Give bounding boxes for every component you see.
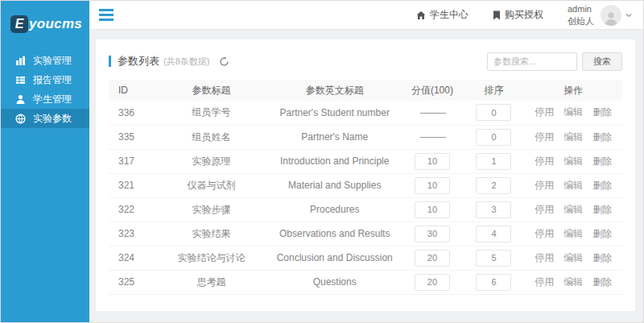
sidebar-item-student-management[interactable]: 学生管理	[1, 89, 89, 109]
cell-title: 实验原理	[155, 149, 267, 173]
sidebar-item-label: 实验参数	[33, 112, 72, 126]
card-title-wrap: 参数列表 (共8条数据)	[109, 54, 229, 68]
delete-action-link[interactable]: 删除	[592, 204, 612, 215]
search-area: 搜索	[487, 52, 622, 71]
delete-action-link[interactable]: 删除	[592, 276, 612, 288]
cell-id: 325	[109, 270, 155, 294]
cell-title-en: Conclusion and Discussion	[268, 246, 402, 270]
cell-id: 335	[109, 125, 155, 149]
hamburger-menu-icon[interactable]	[97, 3, 115, 27]
sort-input[interactable]	[476, 104, 511, 121]
cell-id: 336	[109, 101, 155, 125]
delete-action-link[interactable]: 删除	[592, 155, 612, 167]
disable-action-link[interactable]: 停用	[535, 228, 554, 239]
table-row: 324实验结论与讨论Conclusion and Discussion停用编辑删…	[109, 246, 622, 270]
delete-action-link[interactable]: 删除	[592, 180, 612, 191]
table-row: 325思考题Questions停用编辑删除	[109, 270, 622, 294]
cell-title-en: Questions	[268, 270, 402, 294]
edit-action-link[interactable]: 编辑	[564, 180, 583, 191]
student-center-label: 学生中心	[430, 8, 469, 22]
chart-icon	[15, 56, 26, 66]
score-input[interactable]	[415, 201, 450, 218]
cell-sort	[463, 125, 525, 149]
cell-title-en: Observations and Results	[268, 222, 402, 246]
disable-action-link[interactable]: 停用	[535, 252, 554, 263]
edit-action-link[interactable]: 编辑	[564, 155, 583, 167]
sort-input[interactable]	[476, 129, 511, 146]
card-title: 参数列表	[118, 54, 159, 68]
brand-logo[interactable]: E youcms	[1, 1, 89, 43]
chevron-down-icon[interactable]	[625, 13, 632, 18]
edit-action-link[interactable]: 编辑	[564, 106, 583, 118]
search-input[interactable]	[487, 52, 577, 71]
disable-action-link[interactable]: 停用	[535, 180, 554, 191]
refresh-icon[interactable]	[219, 56, 229, 67]
score-input[interactable]	[415, 226, 450, 242]
cell-sort	[463, 270, 525, 294]
edit-action-link[interactable]: 编辑	[564, 204, 583, 215]
cell-id: 317	[109, 149, 155, 173]
cell-score	[402, 149, 464, 173]
sort-input[interactable]	[476, 201, 511, 218]
sort-input[interactable]	[476, 274, 511, 291]
cell-title: 实验步骤	[155, 197, 267, 222]
cell-score	[402, 173, 464, 197]
disable-action-link[interactable]: 停用	[535, 106, 554, 118]
edit-action-link[interactable]: 编辑	[564, 276, 583, 288]
edit-action-link[interactable]: 编辑	[564, 131, 583, 143]
record-count: (共8条数据)	[163, 56, 209, 68]
col-header-title: 参数标题	[155, 80, 267, 101]
cell-operations: 停用编辑删除	[525, 125, 622, 149]
sidebar-item-experiment-params[interactable]: 实验参数	[1, 109, 89, 128]
edit-action-link[interactable]: 编辑	[564, 228, 583, 239]
score-input[interactable]	[415, 250, 450, 267]
cell-operations: 停用编辑删除	[525, 197, 622, 222]
disable-action-link[interactable]: 停用	[535, 204, 554, 215]
disable-action-link[interactable]: 停用	[535, 131, 554, 143]
sort-input[interactable]	[476, 153, 511, 170]
disable-action-link[interactable]: 停用	[535, 155, 554, 167]
sidebar: E youcms 实验管理 报告管理 学生管理	[1, 1, 89, 322]
cell-operations: 停用编辑删除	[525, 270, 622, 294]
cell-score: ———	[402, 101, 464, 125]
main-area: 学生中心 购买授权 admin 创始人	[89, 1, 643, 322]
buy-license-link[interactable]: 购买授权	[493, 8, 543, 22]
topbar-right: 学生中心 购买授权 admin 创始人	[392, 3, 632, 27]
cell-title: 组员学号	[155, 101, 267, 125]
delete-action-link[interactable]: 删除	[592, 228, 612, 239]
user-role: 创始人	[568, 15, 594, 27]
sidebar-item-report-management[interactable]: 报告管理	[1, 70, 89, 89]
col-header-score: 分值(100)	[402, 80, 464, 101]
cell-operations: 停用编辑删除	[525, 222, 622, 246]
table-row: 317实验原理Introduction and Principle停用编辑删除	[109, 149, 622, 173]
home-icon	[416, 10, 430, 20]
logo-text: youcms	[29, 16, 82, 32]
param-table-wrap: ID 参数标题 参数英文标题 分值(100) 排序 操作 336组员学号Part…	[96, 80, 635, 295]
score-input[interactable]	[415, 274, 450, 291]
user-name: admin	[568, 3, 594, 14]
user-info[interactable]: admin 创始人	[568, 3, 594, 27]
edit-action-link[interactable]: 编辑	[564, 252, 583, 263]
sort-input[interactable]	[476, 177, 511, 194]
cell-title-en: Partner's Student number	[268, 101, 402, 125]
sort-input[interactable]	[476, 226, 511, 242]
avatar[interactable]	[601, 5, 621, 26]
disable-action-link[interactable]: 停用	[535, 276, 554, 288]
score-dash: ———	[420, 107, 444, 118]
sidebar-item-experiment-management[interactable]: 实验管理	[1, 51, 89, 70]
score-input[interactable]	[415, 177, 450, 194]
score-input[interactable]	[415, 153, 450, 170]
cell-id: 322	[109, 197, 155, 222]
student-center-link[interactable]: 学生中心	[416, 8, 469, 22]
sidebar-item-label: 实验管理	[33, 54, 72, 68]
cell-id: 323	[109, 222, 155, 246]
sort-input[interactable]	[476, 250, 511, 267]
buy-license-label: 购买授权	[505, 8, 543, 22]
table-header: ID 参数标题 参数英文标题 分值(100) 排序 操作	[109, 80, 622, 101]
delete-action-link[interactable]: 删除	[592, 131, 612, 143]
cell-title: 仪器与试剂	[155, 173, 267, 197]
delete-action-link[interactable]: 删除	[592, 252, 612, 263]
search-button[interactable]: 搜索	[582, 52, 622, 71]
cell-score	[402, 197, 464, 222]
delete-action-link[interactable]: 删除	[592, 106, 612, 118]
